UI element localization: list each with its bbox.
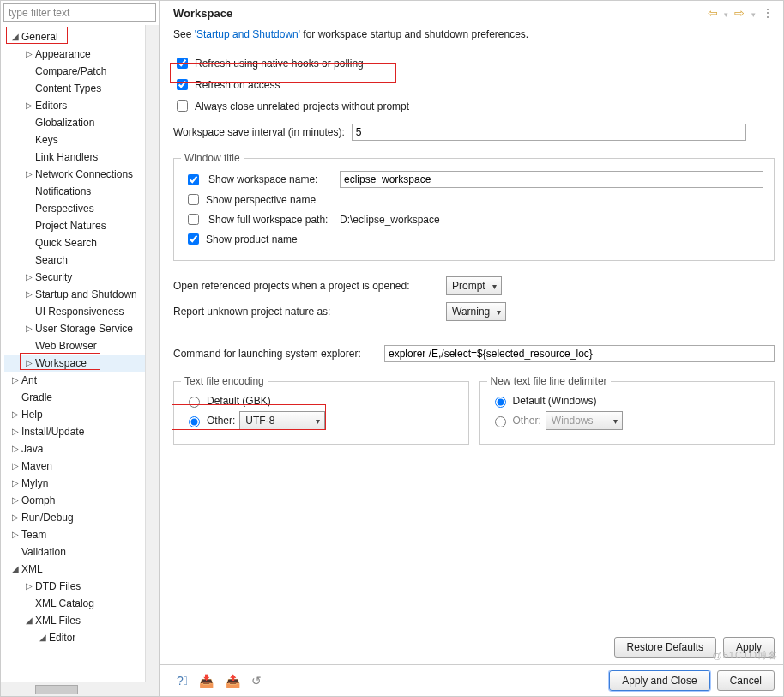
tree-item[interactable]: ▷Project Natures xyxy=(4,217,145,234)
tree-item[interactable]: ▷Search xyxy=(4,252,145,269)
collapsed-icon[interactable]: ▷ xyxy=(11,423,20,440)
close-unrelated-checkbox[interactable] xyxy=(177,100,188,112)
collapsed-icon[interactable]: ▷ xyxy=(11,492,20,509)
show-persp-checkbox[interactable] xyxy=(188,194,199,205)
collapsed-icon[interactable]: ▷ xyxy=(25,97,33,114)
restore-defaults-button[interactable]: Restore Defaults xyxy=(614,637,716,658)
refresh-hooks-row[interactable]: Refresh using native hooks or polling xyxy=(173,55,775,71)
collapsed-icon[interactable]: ▷ xyxy=(11,406,20,423)
history-icon[interactable]: ↺ xyxy=(251,674,262,688)
nav-arrows[interactable]: ⇦ ▾ ⇨ ▾ ⋮ xyxy=(704,6,775,20)
collapsed-icon[interactable]: ▷ xyxy=(25,578,33,595)
tree-item[interactable]: ▷DTD Files xyxy=(4,578,145,595)
menu-icon[interactable]: ⋮ xyxy=(762,6,775,20)
collapsed-icon[interactable]: ▷ xyxy=(25,286,33,303)
delim-other-label: Other: xyxy=(513,415,541,427)
collapsed-icon[interactable]: ▷ xyxy=(25,166,33,183)
startup-shutdown-link[interactable]: 'Startup and Shutdown' xyxy=(195,28,300,40)
tree-item[interactable]: ▷Validation xyxy=(4,543,145,561)
forward-icon[interactable]: ⇨ xyxy=(734,6,745,20)
explorer-field[interactable] xyxy=(384,345,775,362)
collapsed-icon[interactable]: ▷ xyxy=(11,509,20,526)
show-full-path-checkbox[interactable] xyxy=(188,214,199,225)
tree-item[interactable]: ▷Gradle xyxy=(4,389,145,406)
open-ref-select[interactable]: Prompt xyxy=(446,276,502,295)
encoding-other-radio[interactable] xyxy=(189,416,200,427)
save-interval-field[interactable] xyxy=(352,124,746,141)
tree-item[interactable]: ▷Run/Debug xyxy=(4,509,145,526)
tree-item[interactable]: ▷Startup and Shutdown xyxy=(4,286,145,303)
show-product-label: Show product name xyxy=(206,233,298,245)
delim-other-radio[interactable] xyxy=(495,416,506,427)
tree-label: Run/Debug xyxy=(21,509,74,526)
tree-label: Perspectives xyxy=(35,200,94,217)
collapsed-icon[interactable]: ▷ xyxy=(25,320,33,337)
collapsed-icon[interactable]: ▷ xyxy=(11,526,20,543)
refresh-hooks-checkbox[interactable] xyxy=(177,58,188,69)
tree-label: User Storage Service xyxy=(35,320,133,337)
tree-item[interactable]: ▷XML Catalog xyxy=(4,595,145,612)
tree-item[interactable]: ▷Keys xyxy=(4,131,145,148)
tree-item[interactable]: ▷Quick Search xyxy=(4,234,145,252)
tree-label: DTD Files xyxy=(35,578,81,595)
tree-item[interactable]: ▷Ant xyxy=(4,372,145,389)
tree-item[interactable]: ◢XML Files xyxy=(4,612,145,629)
collapsed-icon[interactable]: ▷ xyxy=(25,45,33,63)
tree-item[interactable]: ▷Install/Update xyxy=(4,423,145,440)
collapsed-icon[interactable]: ▷ xyxy=(11,440,20,458)
ws-name-field[interactable] xyxy=(340,171,763,188)
collapsed-icon[interactable]: ▷ xyxy=(25,269,33,286)
tree-item[interactable]: ▷Web Browser xyxy=(4,337,145,355)
tree-item[interactable]: ▷Content Types xyxy=(4,80,145,97)
encoding-select[interactable]: UTF-8 xyxy=(239,411,325,430)
tree-item[interactable]: ▷Maven xyxy=(4,458,145,475)
tree-scrollbar-v[interactable] xyxy=(145,25,159,682)
delim-default-radio[interactable] xyxy=(495,397,506,408)
collapsed-icon[interactable]: ▷ xyxy=(11,372,20,389)
cancel-button[interactable]: Cancel xyxy=(717,670,775,691)
tree-label: Quick Search xyxy=(35,234,97,252)
apply-close-button[interactable]: Apply and Close xyxy=(609,670,709,691)
close-unrelated-row[interactable]: Always close unrelated projects without … xyxy=(173,98,775,114)
back-icon[interactable]: ⇦ xyxy=(708,6,718,20)
show-product-checkbox[interactable] xyxy=(188,233,199,245)
tree-item[interactable]: ▷Appearance xyxy=(4,45,145,63)
expanded-icon[interactable]: ◢ xyxy=(39,629,47,646)
tree-item[interactable]: ◢XML xyxy=(4,561,145,578)
filter-input[interactable]: type filter text xyxy=(3,3,156,22)
tree-item[interactable]: ▷Compare/Patch xyxy=(4,63,145,80)
refresh-access-row[interactable]: Refresh on access xyxy=(173,76,775,93)
refresh-hooks-label: Refresh using native hooks or polling xyxy=(195,58,364,70)
tree-item[interactable]: ▷Network Connections xyxy=(4,166,145,183)
tree-item[interactable]: ▷Oomph xyxy=(4,492,145,509)
tree-item[interactable]: ▷UI Responsiveness xyxy=(4,303,145,320)
tree-item[interactable]: ▷Mylyn xyxy=(4,475,145,492)
tree-item[interactable]: ▷Link Handlers xyxy=(4,148,145,166)
tree-item[interactable]: ▷Editors xyxy=(4,97,145,114)
export-icon[interactable]: 📤 xyxy=(226,674,240,688)
tree-item[interactable]: ▷User Storage Service xyxy=(4,320,145,337)
tree-item[interactable]: ▷Notifications xyxy=(4,183,145,200)
tree-item[interactable]: ▷Help xyxy=(4,406,145,423)
tree-item[interactable]: ◢Editor xyxy=(4,629,145,646)
tree-item[interactable]: ▷Security xyxy=(4,269,145,286)
tree-item[interactable]: ▷Java xyxy=(4,440,145,458)
encoding-default-radio[interactable] xyxy=(189,397,200,408)
help-icon[interactable]: ?⃝ xyxy=(177,674,188,688)
import-icon[interactable]: 📥 xyxy=(199,674,214,688)
delim-legend: New text file line delimiter xyxy=(487,375,611,387)
expanded-icon[interactable]: ◢ xyxy=(11,561,20,578)
refresh-access-checkbox[interactable] xyxy=(177,79,188,90)
tree-label: Gradle xyxy=(21,389,52,406)
expanded-icon[interactable]: ◢ xyxy=(25,612,33,629)
tree-item[interactable]: ▷Team xyxy=(4,526,145,543)
tree-item[interactable]: ▷Perspectives xyxy=(4,200,145,217)
collapsed-icon[interactable]: ▷ xyxy=(11,458,20,475)
collapsed-icon[interactable]: ▷ xyxy=(11,475,20,492)
window-title-legend: Window title xyxy=(181,152,244,164)
tree-scrollbar-h[interactable] xyxy=(1,682,159,696)
tree-item[interactable]: ▷Globalization xyxy=(4,114,145,131)
tree-label: Install/Update xyxy=(21,423,84,440)
report-nature-select[interactable]: Warning xyxy=(446,302,506,321)
show-ws-name-checkbox[interactable] xyxy=(188,174,199,185)
